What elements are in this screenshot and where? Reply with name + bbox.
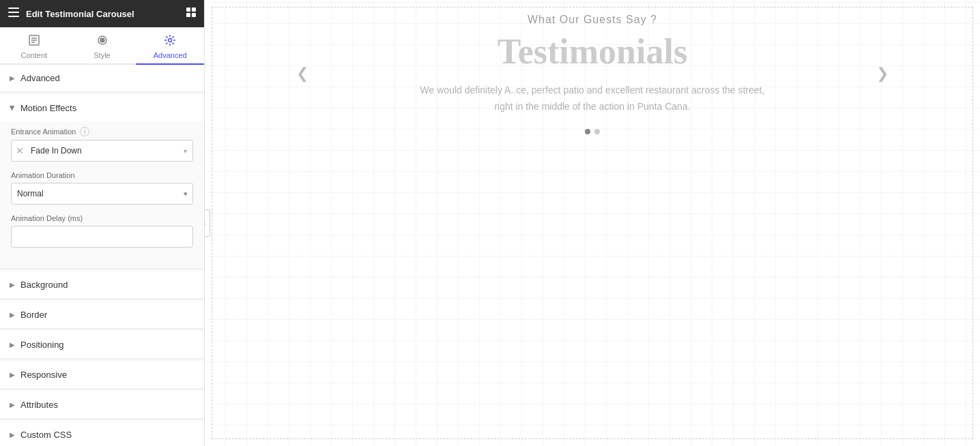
panel-header: Edit Testimonial Carousel xyxy=(0,0,204,27)
section-background-header[interactable]: ▶ Background xyxy=(0,271,204,298)
section-positioning-label: Positioning xyxy=(20,340,64,350)
section-background: ▶ Background xyxy=(0,271,204,299)
animation-delay-field: Animation Delay (ms) xyxy=(11,214,193,248)
tab-bar: Content Style xyxy=(0,27,204,65)
entrance-animation-value: Fade In Down xyxy=(28,146,178,155)
tab-content[interactable]: Content xyxy=(0,27,68,65)
panel-title: Edit Testimonial Carousel xyxy=(26,9,186,19)
tab-advanced-label: Advanced xyxy=(154,51,187,59)
svg-rect-2 xyxy=(8,16,19,17)
section-positioning: ▶ Positioning xyxy=(0,331,204,359)
section-motion-header[interactable]: ▶ Motion Effects xyxy=(0,95,204,121)
advanced-tab-icon xyxy=(164,34,176,49)
preview-inner: ❮ ❯ What Our Guests Say ? Testimonials W… xyxy=(205,0,980,446)
entrance-animation-info-icon[interactable]: i xyxy=(80,127,89,136)
animation-duration-select[interactable]: Normal Slow Fast xyxy=(11,183,193,205)
section-responsive-label: Responsive xyxy=(20,370,67,380)
svg-rect-3 xyxy=(186,8,190,12)
section-custom-css-header[interactable]: ▶ Custom CSS xyxy=(0,421,204,446)
attributes-chevron: ▶ xyxy=(10,401,15,408)
panel-content: ▶ Advanced ▶ Motion Effects Entrance Ani… xyxy=(0,65,204,446)
advanced-chevron: ▶ xyxy=(10,74,15,82)
animation-delay-label: Animation Delay (ms) xyxy=(11,214,193,222)
entrance-animation-select[interactable]: ✕ Fade In Down ▾ xyxy=(11,140,193,162)
testimonial-subtitle: What Our Guests Say ? xyxy=(326,14,859,26)
entrance-animation-field: Entrance Animation i ✕ Fade In Down ▾ xyxy=(11,127,193,162)
carousel-dots xyxy=(326,129,859,134)
svg-line-21 xyxy=(166,43,167,44)
section-border: ▶ Border xyxy=(0,301,204,329)
section-advanced: ▶ Advanced xyxy=(0,65,204,92)
section-responsive-header[interactable]: ▶ Responsive xyxy=(0,361,204,388)
section-attributes: ▶ Attributes xyxy=(0,391,204,419)
animation-duration-field: Animation Duration Normal Slow Fast xyxy=(11,171,193,205)
animation-duration-select-wrapper: Normal Slow Fast xyxy=(11,183,193,205)
tab-advanced[interactable]: Advanced xyxy=(136,27,204,65)
left-panel: Edit Testimonial Carousel Content xyxy=(0,0,205,446)
section-custom-css: ▶ Custom CSS xyxy=(0,421,204,446)
responsive-chevron: ▶ xyxy=(10,371,15,378)
right-preview: ‹ ❮ ❯ What Our Guests Say ? Testimonials… xyxy=(205,0,980,446)
section-attributes-header[interactable]: ▶ Attributes xyxy=(0,391,204,418)
animation-duration-label: Animation Duration xyxy=(11,171,193,179)
animation-delay-input[interactable] xyxy=(11,226,193,248)
motion-chevron: ▶ xyxy=(9,106,16,111)
border-chevron: ▶ xyxy=(10,311,15,318)
section-border-label: Border xyxy=(20,310,47,320)
section-border-header[interactable]: ▶ Border xyxy=(0,301,204,328)
svg-line-20 xyxy=(173,36,174,38)
entrance-animation-arrow-icon: ▾ xyxy=(178,147,192,155)
grid-icon[interactable] xyxy=(186,8,196,20)
tab-style[interactable]: Style xyxy=(68,27,136,65)
section-motion-label: Motion Effects xyxy=(20,103,76,113)
content-tab-icon xyxy=(28,34,40,49)
svg-point-13 xyxy=(169,39,172,42)
svg-point-12 xyxy=(100,38,104,42)
entrance-animation-label: Entrance Animation i xyxy=(11,127,193,136)
section-advanced-label: Advanced xyxy=(20,73,60,83)
section-responsive: ▶ Responsive xyxy=(0,361,204,389)
testimonial-title: Testimonials xyxy=(326,31,859,72)
custom-css-chevron: ▶ xyxy=(10,431,15,438)
svg-line-18 xyxy=(166,36,167,38)
section-custom-css-label: Custom CSS xyxy=(20,430,72,440)
motion-effects-body: Entrance Animation i ✕ Fade In Down ▾ An… xyxy=(0,121,204,268)
entrance-animation-clear[interactable]: ✕ xyxy=(12,145,28,156)
svg-rect-5 xyxy=(186,13,190,17)
svg-rect-1 xyxy=(8,12,19,13)
svg-rect-0 xyxy=(8,8,19,9)
carousel-next-button[interactable]: ❯ xyxy=(871,59,894,88)
positioning-chevron: ▶ xyxy=(10,341,15,348)
style-tab-icon xyxy=(96,34,109,49)
section-advanced-header[interactable]: ▶ Advanced xyxy=(0,65,204,91)
section-attributes-label: Attributes xyxy=(20,400,58,410)
svg-rect-6 xyxy=(192,13,196,17)
tab-style-label: Style xyxy=(93,51,110,59)
svg-rect-4 xyxy=(192,8,196,12)
carousel-prev-button[interactable]: ❮ xyxy=(291,59,314,88)
background-chevron: ▶ xyxy=(10,281,15,288)
section-motion-effects: ▶ Motion Effects Entrance Animation i ✕ … xyxy=(0,95,204,269)
carousel-dot-1[interactable] xyxy=(594,129,600,134)
hamburger-icon[interactable] xyxy=(8,8,19,20)
testimonial-body: We would definitely A..ce, perfect patio… xyxy=(415,83,770,115)
testimonial-section: ❮ ❯ What Our Guests Say ? Testimonials W… xyxy=(285,0,899,148)
section-background-label: Background xyxy=(20,280,68,290)
carousel-dot-0[interactable] xyxy=(585,129,590,134)
section-positioning-header[interactable]: ▶ Positioning xyxy=(0,331,204,358)
tab-content-label: Content xyxy=(21,51,48,59)
resize-handle[interactable]: ‹ xyxy=(205,209,210,237)
svg-line-19 xyxy=(173,43,174,44)
